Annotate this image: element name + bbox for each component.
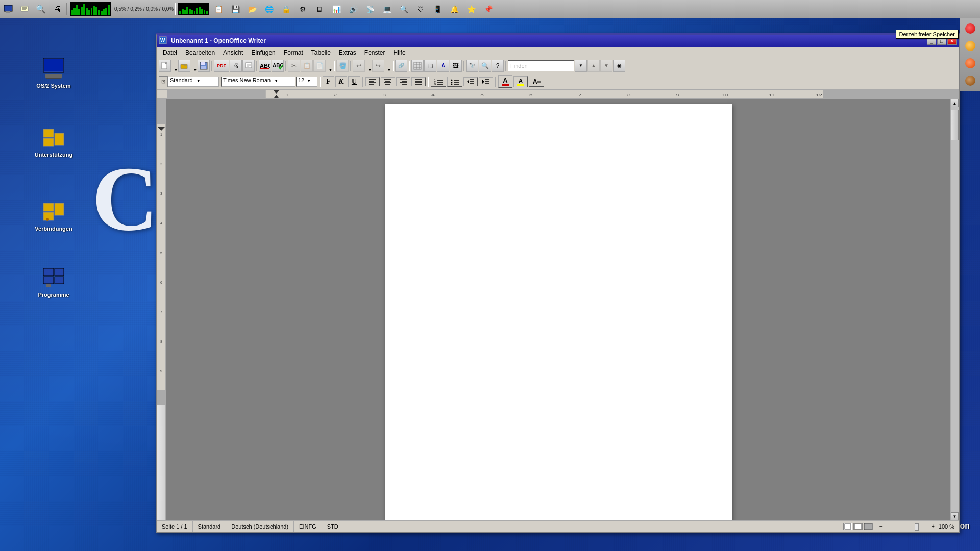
zoom-thumb[interactable] <box>915 523 919 531</box>
taskbar-icon-19[interactable]: 🔔 <box>446 2 462 17</box>
fontsize-dropdown[interactable]: 12 ▼ <box>296 77 317 87</box>
scroll-track[interactable] <box>951 107 959 512</box>
sidebar-icon-1[interactable] <box>962 20 978 37</box>
scroll-up-button[interactable]: ▲ <box>951 99 959 107</box>
character-button[interactable]: A <box>529 77 544 87</box>
zoom-out-button[interactable]: − <box>877 523 885 530</box>
document-page[interactable] <box>385 104 732 520</box>
font-dropdown[interactable]: Times New Roman ▼ <box>221 77 295 87</box>
taskbar-icon-2[interactable] <box>16 2 33 17</box>
align-center-button[interactable] <box>381 77 395 86</box>
align-right-button[interactable] <box>396 77 410 86</box>
spell-button[interactable]: ABC <box>259 60 271 72</box>
scroll-thumb[interactable] <box>951 110 959 140</box>
paste-button[interactable]: 📄 <box>313 60 326 72</box>
menu-tabelle[interactable]: Tabelle <box>307 48 335 57</box>
copy-button[interactable]: 📋 <box>301 60 313 72</box>
std-mode[interactable]: STD <box>322 521 344 532</box>
taskbar-icon-21[interactable]: 📌 <box>480 2 496 17</box>
save-button[interactable] <box>198 60 210 72</box>
taskbar-icon-11[interactable]: 🖥 <box>311 2 328 17</box>
desktop-icon-support[interactable]: Unterstützung <box>33 125 74 158</box>
menu-extras[interactable]: Extras <box>335 48 360 57</box>
taskbar-icon-3[interactable]: 🔍 <box>33 2 49 17</box>
taskbar-icon-1[interactable] <box>0 2 16 17</box>
hyperlink-button[interactable]: 🔗 <box>395 60 407 72</box>
taskbar-icon-20[interactable]: ⭐ <box>463 2 479 17</box>
find-prev-button[interactable]: ▲ <box>587 60 600 72</box>
menu-fenster[interactable]: Fenster <box>360 48 389 57</box>
menu-bearbeiten[interactable]: Bearbeiten <box>181 48 219 57</box>
zoom-in-button[interactable]: + <box>929 523 937 530</box>
autocorrect-button[interactable]: ABC <box>272 60 284 72</box>
taskbar-icon-16[interactable]: 🔍 <box>396 2 412 17</box>
sidebar-icon-4[interactable] <box>962 72 978 89</box>
menu-hilfe[interactable]: Hilfe <box>389 48 410 57</box>
align-left-button[interactable] <box>365 77 380 86</box>
paste-dropdown[interactable]: ▼ <box>326 60 332 72</box>
cut-button[interactable]: ✂ <box>288 60 300 72</box>
find-bar[interactable]: Finden <box>508 60 574 71</box>
underline-button[interactable]: U <box>348 76 360 87</box>
taskbar-icon-15[interactable]: 💻 <box>379 2 395 17</box>
menu-format[interactable]: Format <box>280 48 307 57</box>
view-normal-button[interactable] <box>843 523 852 530</box>
new-button[interactable] <box>159 60 171 72</box>
desktop-icon-os2[interactable]: OS/2 System <box>33 56 74 89</box>
table-button[interactable] <box>411 60 424 72</box>
menu-einfuegen[interactable]: Einfügen <box>247 48 279 57</box>
pdf-button[interactable]: PDF <box>214 60 229 72</box>
taskbar-icon-7[interactable]: 📂 <box>244 2 260 17</box>
style-dropdown[interactable]: Standard ▼ <box>168 77 219 87</box>
scroll-down-button[interactable]: ▼ <box>951 512 959 520</box>
italic-button[interactable]: K <box>335 76 347 87</box>
style-indicator[interactable]: ⊡ <box>159 76 168 87</box>
numberedlist-button[interactable]: 1.2.3. <box>431 77 446 87</box>
navigator-button[interactable]: 🔭 <box>466 60 478 72</box>
taskbar-icon-18[interactable]: 📱 <box>429 2 446 17</box>
new-dropdown[interactable]: ▼ <box>172 60 178 72</box>
view-full-button[interactable] <box>864 523 873 530</box>
highlight-button[interactable]: A <box>513 76 528 87</box>
sidebar-icon-3[interactable] <box>962 55 978 71</box>
insert-mode[interactable]: EINFG <box>294 521 322 532</box>
taskbar-icon-13[interactable]: 🔊 <box>345 2 361 17</box>
open-button[interactable] <box>178 60 190 72</box>
zoom-slider[interactable] <box>887 524 927 529</box>
align-justify-button[interactable] <box>411 77 426 86</box>
bold-button[interactable]: F <box>323 76 334 87</box>
fontcolor-button[interactable]: A <box>498 75 512 88</box>
zoom-button[interactable]: 🔍 <box>479 60 491 72</box>
print-button[interactable]: 🖨 <box>230 60 242 72</box>
taskbar-icon-12[interactable]: 📊 <box>328 2 345 17</box>
desktop-icon-programs[interactable]: Programme <box>33 265 74 298</box>
taskbar-icon-5[interactable]: 📋 <box>210 2 227 17</box>
taskbar-icon-17[interactable]: 🛡 <box>412 2 429 17</box>
taskbar-icon-14[interactable]: 📡 <box>362 2 378 17</box>
undo-dropdown[interactable]: ▼ <box>365 60 372 72</box>
fontwork-button[interactable]: A <box>437 60 449 72</box>
image-button[interactable]: 🖼 <box>450 60 462 72</box>
find-target-button[interactable]: ◉ <box>613 60 625 72</box>
taskbar-icon-6[interactable]: 💾 <box>227 2 243 17</box>
sidebar-icon-2[interactable] <box>962 38 978 54</box>
preview-button[interactable] <box>242 60 255 72</box>
indent-increase-button[interactable] <box>479 77 493 86</box>
undo-button[interactable]: ↩ <box>353 60 365 72</box>
find-next-button[interactable]: ▼ <box>600 60 612 72</box>
menu-ansicht[interactable]: Ansicht <box>219 48 247 57</box>
open-dropdown[interactable]: ▼ <box>191 60 197 72</box>
taskbar-icon-4[interactable]: 🖨 <box>49 2 65 17</box>
taskbar-icon-8[interactable]: 🌐 <box>261 2 277 17</box>
desktop-icon-connections[interactable]: Verbindungen <box>33 199 74 232</box>
taskbar-icon-9[interactable]: 🔒 <box>278 2 294 17</box>
help-button[interactable]: ? <box>492 60 504 72</box>
find-dropdown[interactable]: ▼ <box>575 60 587 72</box>
clone-button[interactable]: 🪣 <box>336 60 349 72</box>
insert-object-button[interactable]: ⬚ <box>424 60 436 72</box>
indent-decrease-button[interactable] <box>463 77 478 86</box>
redo-button[interactable]: ↪ <box>372 60 384 72</box>
bulletlist-button[interactable] <box>447 77 462 87</box>
redo-dropdown[interactable]: ▼ <box>385 60 391 72</box>
menu-datei[interactable]: Datei <box>159 48 181 57</box>
